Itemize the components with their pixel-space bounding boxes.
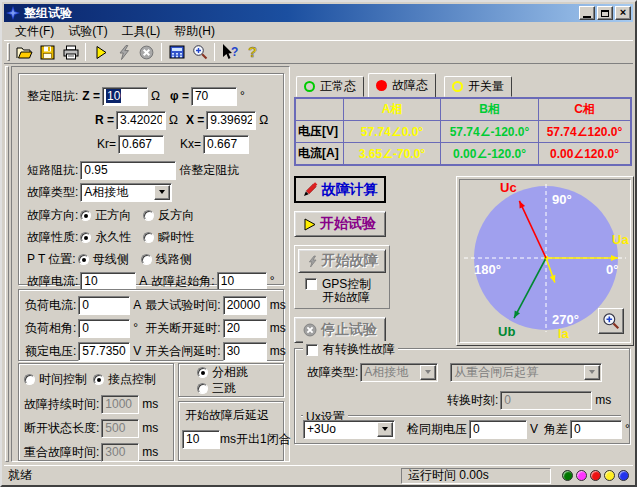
start-test-button[interactable]: 开始试验 — [294, 211, 386, 237]
zoom-tool-button[interactable] — [188, 41, 211, 63]
menu-help[interactable]: 帮助(H) — [167, 22, 222, 41]
radio-forward[interactable] — [80, 210, 91, 221]
short-circuit-input[interactable] — [80, 161, 176, 180]
impedance-label: 整定阻抗: — [27, 88, 78, 105]
convertible-fault-checkbox[interactable] — [306, 344, 318, 356]
minimize-button[interactable] — [579, 6, 595, 20]
menu-tools[interactable]: 工具(L) — [115, 22, 168, 41]
stop-test-button: 停止试验 — [294, 317, 386, 343]
phi-unit: ° — [240, 89, 245, 103]
reclose-fault-unit: ms — [142, 445, 158, 459]
ux-dropdown[interactable]: +3Uo — [303, 420, 395, 439]
short-circuit-suffix: 倍整定阻抗 — [179, 162, 239, 179]
radio-transient[interactable] — [143, 232, 154, 243]
delay-after-fault-input[interactable] — [182, 430, 220, 449]
led-indicators — [559, 470, 629, 481]
phasor-canvas: 90° 180° 270° 0° Ua Uc Ub Ia — [459, 179, 631, 343]
radio-permanent[interactable] — [80, 232, 91, 243]
chevron-down-icon[interactable] — [377, 422, 393, 437]
close-icon: × — [620, 7, 626, 18]
gps-checkbox[interactable] — [305, 278, 317, 290]
voltage-c-cell: 57.74∠120.0° — [539, 121, 630, 142]
tab-switch-state[interactable]: 开关量 — [444, 76, 512, 97]
close-button[interactable]: × — [615, 6, 631, 20]
z-input[interactable]: 10 — [102, 87, 148, 106]
load-angle-input[interactable] — [78, 319, 130, 338]
radio-reverse[interactable] — [143, 210, 154, 221]
toolbar: ? ? — [4, 40, 633, 64]
fault-type-label: 故障类型: — [27, 184, 78, 201]
menu-test[interactable]: 试验(T) — [61, 22, 114, 41]
ux-row: +3Uo 检同期电压 V 角差 ° — [303, 419, 630, 439]
open-state-unit: ms — [142, 421, 158, 435]
deg-270-label: 270° — [552, 312, 579, 327]
switch-close-delay-input[interactable] — [223, 342, 267, 361]
run-test-button[interactable] — [89, 41, 112, 63]
open-folder-icon — [16, 45, 33, 60]
kr-label: Kr= — [97, 137, 116, 151]
x-input[interactable] — [206, 111, 256, 130]
dialogbar-grip[interactable] — [5, 66, 9, 462]
start-fault-tool-button[interactable] — [112, 41, 135, 63]
open-file-button[interactable] — [13, 41, 36, 63]
calculator-icon — [169, 45, 185, 59]
table-corner-cell — [296, 99, 343, 120]
fault-current-unit: A — [139, 274, 147, 288]
radio-phase-trip[interactable] — [197, 367, 208, 378]
tab-fault-state[interactable]: 故障态 — [368, 73, 436, 97]
deg-180-label: 180° — [474, 262, 501, 277]
radio-time-control[interactable] — [24, 374, 35, 385]
convert-type-dropdown: A相接地 — [360, 363, 438, 382]
load-current-input[interactable] — [78, 296, 130, 315]
r-input[interactable] — [116, 111, 166, 130]
reclose-fault-input — [101, 443, 139, 462]
save-button[interactable] — [36, 41, 59, 63]
convertible-fault-group: 有转换性故障 故障类型: A相接地 从重合闸后起算 转换时刻: — [294, 348, 630, 444]
about-button[interactable]: ? — [241, 41, 264, 63]
open-state-label: 断开状态长度: — [24, 420, 99, 437]
kx-input[interactable] — [203, 135, 249, 154]
kx-label: Kx= — [180, 137, 201, 151]
vector-ub-label: Ub — [498, 324, 515, 339]
phi-input[interactable] — [191, 87, 237, 106]
fault-nature-row: 故障性质: 永久性 瞬时性 — [27, 227, 206, 247]
tab-normal-state[interactable]: 正常态 — [296, 76, 364, 97]
fault-calc-button[interactable]: 故障计算 — [294, 176, 386, 203]
led-magenta — [576, 470, 587, 481]
chevron-down-icon — [420, 365, 436, 380]
app-window: 整组试验 × 文件(F) 试验(T) 工具(L) 帮助(H) — [0, 0, 637, 487]
sync-voltage-input[interactable] — [469, 420, 527, 439]
phasor-zoom-button[interactable] — [598, 308, 624, 334]
load-current-unit: A — [133, 298, 145, 312]
max-test-time-input[interactable] — [223, 296, 267, 315]
app-icon — [6, 6, 20, 20]
window-title: 整组试验 — [24, 5, 72, 22]
fault-start-angle-input[interactable] — [217, 272, 267, 291]
chevron-down-icon — [159, 190, 165, 194]
delay-input-row: ms开出1闭合 — [182, 429, 291, 449]
maximize-button[interactable] — [597, 6, 613, 20]
fault-current-input[interactable] — [80, 272, 136, 291]
angle-diff-input[interactable] — [570, 420, 622, 439]
toolbar-grip[interactable] — [7, 43, 10, 61]
radio-three-trip[interactable] — [197, 383, 208, 394]
rated-voltage-input[interactable] — [78, 342, 130, 361]
switch-open-delay-input[interactable] — [223, 319, 267, 338]
radio-contact-control[interactable] — [93, 374, 104, 385]
kr-input[interactable] — [118, 135, 164, 154]
stop-tool-button[interactable] — [135, 41, 158, 63]
menu-file[interactable]: 文件(F) — [8, 22, 61, 41]
fault-start-angle-unit: ° — [270, 274, 275, 288]
fault-current-label: 故障电流: — [27, 273, 78, 290]
load-angle-label: 负荷相角: — [25, 320, 76, 337]
lightning-icon — [117, 45, 131, 60]
title-bar: 整组试验 × — [4, 4, 633, 22]
print-button[interactable] — [59, 41, 82, 63]
dropdown-arrow-button[interactable] — [154, 185, 170, 200]
convert-moment-unit: ms — [595, 393, 611, 407]
sync-voltage-label: 检同期电压 — [407, 421, 467, 438]
impedance-group: 整定阻抗: Z = 10 Ω φ = ° R = Ω X = Ω — [18, 73, 284, 285]
fault-type-dropdown[interactable]: A相接地 — [80, 183, 172, 202]
calculator-button[interactable] — [165, 41, 188, 63]
context-help-button[interactable]: ? — [218, 41, 241, 63]
